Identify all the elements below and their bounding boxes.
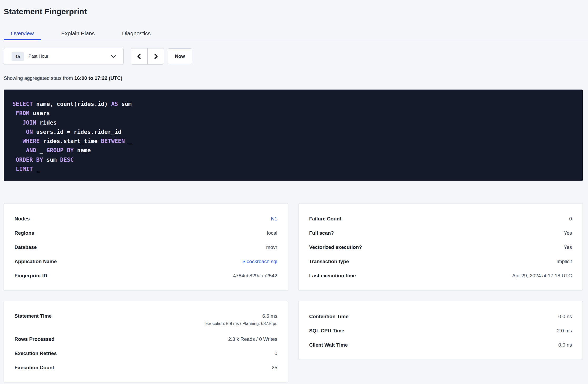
sql-statement-box: SELECT name, count(rides.id) AS sum FROM… [4,90,583,181]
info-value-link[interactable]: $ cockroach sql [242,259,277,264]
info-label: Contention Time [309,313,349,320]
info-value-wrap: 0 [275,350,277,357]
info-label: Rows Processed [14,336,54,342]
info-label: Failure Count [309,216,341,222]
info-value-wrap: 0 [569,216,572,222]
panel-wait-times: Contention Time0.0 nsSQL CPU Time2.0 msC… [298,301,583,360]
sql-line: FROM users [12,109,574,118]
info-row-vectorized-execution: Vectorized execution?Yes [309,240,572,254]
sql-keyword: AS [111,101,118,107]
info-value-wrap: Implicit [556,258,572,265]
sql-keyword: BETWEEN [101,138,125,144]
info-row-application-name: Application Name$ cockroach sql [14,254,277,269]
sql-token [12,138,23,144]
tab-overview[interactable]: Overview [4,27,41,40]
sql-line: AND _ GROUP BY name [12,146,574,155]
info-row-execution-retries: Execution Retries0 [14,346,277,361]
time-toolbar: 1h Past Hour Now [4,48,583,65]
sql-line: ON users.id = rides.rider_id [12,127,574,136]
sql-token: _ [36,147,47,154]
info-row-failure-count: Failure Count0 [309,212,572,226]
info-label: Last execution time [309,273,356,279]
info-row-contention-time: Contention Time0.0 ns [309,309,572,324]
info-label: Client Wait Time [309,342,348,348]
info-label: Transaction type [309,258,349,265]
info-label: Fingerprint ID [14,273,47,279]
info-value-wrap: Yes [564,230,572,236]
info-row-regions: Regionslocal [14,226,277,240]
sql-keyword: AND [26,147,36,154]
info-value: Yes [564,244,572,250]
sql-token: name [74,147,91,154]
sql-token: name, count(rides.id) [33,101,111,107]
info-label: Execution Retries [14,350,57,357]
info-value-wrap: $ cockroach sql [242,258,277,265]
info-value: Yes [564,230,572,236]
page-title: Statement Fingerprint [4,7,588,16]
info-label: Application Name [14,258,57,265]
info-value-wrap: Apr 29, 2024 at 17:18 UTC [512,273,572,279]
info-label: Regions [14,230,34,236]
sql-keyword: ORDER BY [16,156,43,163]
now-button[interactable]: Now [168,48,192,64]
time-range-badge: 1h [12,52,24,61]
sql-line: LIMIT _ [12,164,574,174]
info-value-wrap: movr [266,244,277,250]
info-row-execution-count: Execution Count25 [14,361,277,375]
details-panels: NodesN1RegionslocalDatabasemovrApplicati… [4,203,583,382]
stats-note-prefix: Showing aggregated stats from [4,75,74,81]
info-row-full-scan: Full scan?Yes [309,226,572,240]
sql-keyword: GROUP BY [46,147,74,154]
tab-bar: OverviewExplain PlansDiagnostics [0,27,588,40]
sql-line: ORDER BY sum DESC [12,155,574,164]
info-value: 0 [275,351,277,356]
chevron-left-icon [136,53,143,60]
chevron-down-icon [111,55,116,58]
info-value-wrap: 4784cb829aab2542 [233,273,277,279]
sql-keyword: DESC [60,156,74,163]
aggregated-stats-note: Showing aggregated stats from 16:00 to 1… [4,75,583,81]
info-label: Vectorized execution? [309,244,362,250]
info-value: 0.0 ns [558,314,572,319]
info-value-wrap: Yes [564,244,572,250]
sql-keyword: WHERE [23,138,40,144]
info-label: Nodes [14,216,30,222]
info-value: 25 [272,365,277,370]
info-value-wrap: 2.3 k Reads / 0 Writes [228,336,277,342]
info-label: SQL CPU Time [309,328,344,334]
sql-token: _ [33,166,40,172]
previous-time-range-button[interactable] [131,48,147,64]
sql-keyword: SELECT [12,101,33,107]
info-value: Apr 29, 2024 at 17:18 UTC [512,273,572,278]
info-value: 4784cb829aab2542 [233,273,277,278]
statement-fingerprint-page: Statement Fingerprint OverviewExplain Pl… [0,7,588,382]
info-value-wrap: 0.0 ns [558,342,572,348]
sql-token [12,119,23,126]
info-value-link[interactable]: N1 [271,216,277,221]
sql-keyword: JOIN [23,119,36,126]
info-row-transaction-type: Transaction typeImplicit [309,254,572,269]
tab-diagnostics[interactable]: Diagnostics [115,27,158,40]
info-value: movr [266,244,277,250]
next-time-range-button[interactable] [147,48,164,64]
info-row-sql-cpu-time: SQL CPU Time2.0 ms [309,324,572,338]
info-label: Statement Time [14,313,52,319]
info-value-wrap: 6.6 msExecution: 5.8 ms / Planning: 687.… [205,313,277,326]
sql-token [12,166,16,172]
info-value-wrap: N1 [271,216,277,222]
info-value-wrap: 0.0 ns [558,313,572,320]
sql-token: rides.start_time [40,138,101,144]
stats-note-range: 16:00 to 17:22 (UTC) [74,75,122,81]
sql-line: SELECT name, count(rides.id) AS sum [12,99,574,109]
sql-token: sum [118,101,132,107]
info-label: Execution Count [14,365,54,371]
sql-token: sum [43,156,60,163]
info-label: Database [14,244,37,250]
time-range-select[interactable]: 1h Past Hour [4,48,124,65]
sql-keyword: FROM [16,110,29,116]
info-value: local [267,230,277,236]
info-value: 0.0 ns [558,342,572,348]
sql-statement-code: SELECT name, count(rides.id) AS sum FROM… [12,99,574,174]
tab-explain-plans[interactable]: Explain Plans [54,27,102,40]
sql-line: WHERE rides.start_time BETWEEN _ [12,136,574,146]
